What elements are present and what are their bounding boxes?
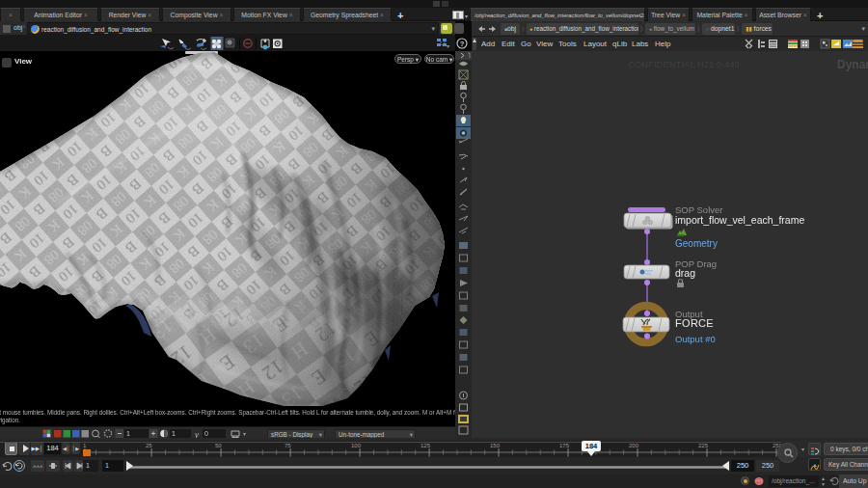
svg-text:50: 50: [215, 443, 222, 448]
svg-text:1: 1: [83, 443, 87, 448]
svg-text:175: 175: [559, 443, 570, 448]
svg-text:0: 0: [204, 430, 208, 437]
svg-text:1: 1: [126, 430, 130, 437]
svg-text:125: 125: [420, 443, 431, 448]
svg-text:25: 25: [146, 443, 152, 448]
svg-text:˄˄˄: ˄˄˄: [33, 464, 43, 470]
svg-text:?: ?: [460, 40, 465, 48]
svg-text:1: 1: [172, 430, 176, 437]
svg-text:▾: ▾: [243, 431, 246, 437]
svg-text:100: 100: [351, 443, 362, 448]
svg-text:▾: ▾: [447, 43, 449, 49]
svg-text:225: 225: [698, 443, 709, 448]
svg-text:150: 150: [490, 443, 501, 448]
svg-text:75: 75: [285, 443, 291, 448]
svg-text:200: 200: [629, 443, 639, 448]
